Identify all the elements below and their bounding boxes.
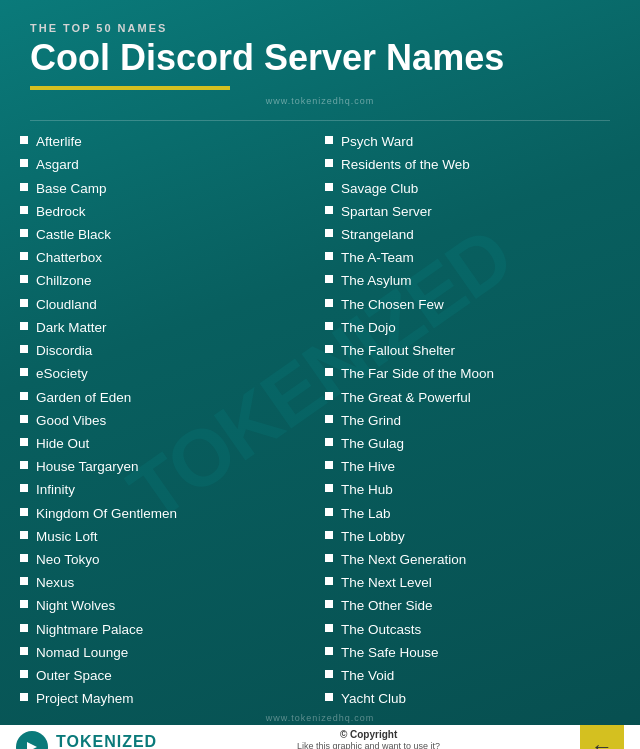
bullet-icon — [325, 600, 333, 608]
item-label: Cloudland — [36, 296, 97, 314]
list-item: Dark Matter — [20, 316, 315, 339]
item-label: The Hub — [341, 481, 393, 499]
bullet-icon — [20, 345, 28, 353]
bullet-icon — [325, 392, 333, 400]
item-label: Neo Tokyo — [36, 551, 100, 569]
item-label: Good Vibes — [36, 412, 106, 430]
list-item: The A-Team — [325, 247, 620, 270]
footer: TOKENIZED www.tokenizedhq.com © Copyrigh… — [0, 725, 640, 749]
item-label: House Targaryen — [36, 458, 139, 476]
bullet-icon — [20, 554, 28, 562]
list-item: Chatterbox — [20, 247, 315, 270]
bullet-icon — [20, 693, 28, 701]
list-item: Outer Space — [20, 665, 315, 688]
item-label: Nomad Lounge — [36, 644, 128, 662]
bullet-icon — [325, 415, 333, 423]
list-item: Castle Black — [20, 223, 315, 246]
bullet-icon — [20, 461, 28, 469]
item-label: Yacht Club — [341, 690, 406, 708]
list-item: The Next Generation — [325, 549, 620, 572]
item-label: Strangeland — [341, 226, 414, 244]
bullet-icon — [20, 600, 28, 608]
list-item: The Lobby — [325, 525, 620, 548]
main-title: Cool Discord Server Names — [30, 38, 610, 78]
list-item: The Chosen Few — [325, 293, 620, 316]
list-item: The Outcasts — [325, 618, 620, 641]
item-label: The Great & Powerful — [341, 389, 471, 407]
item-label: The Outcasts — [341, 621, 421, 639]
bullet-icon — [20, 252, 28, 260]
header-divider — [30, 120, 610, 121]
list-item: Night Wolves — [20, 595, 315, 618]
list-item: Strangeland — [325, 223, 620, 246]
list-item: Psych Ward — [325, 131, 620, 154]
bullet-icon — [325, 554, 333, 562]
bullet-icon — [20, 670, 28, 678]
item-label: Dark Matter — [36, 319, 107, 337]
list-item: The Dojo — [325, 316, 620, 339]
item-label: Garden of Eden — [36, 389, 131, 407]
list-item: Infinity — [20, 479, 315, 502]
footer-logo-icon — [16, 731, 48, 749]
item-label: Asgard — [36, 156, 79, 174]
item-label: The Fallout Shelter — [341, 342, 455, 360]
bullet-icon — [20, 275, 28, 283]
bullet-icon — [325, 322, 333, 330]
item-label: Psych Ward — [341, 133, 413, 151]
list-item: eSociety — [20, 363, 315, 386]
item-label: The Safe House — [341, 644, 439, 662]
bullet-icon — [20, 484, 28, 492]
list-item: Nightmare Palace — [20, 618, 315, 641]
header: THE TOP 50 NAMES Cool Discord Server Nam… — [0, 0, 640, 120]
item-label: Base Camp — [36, 180, 107, 198]
item-label: Project Mayhem — [36, 690, 134, 708]
list-item: The Far Side of the Moon — [325, 363, 620, 386]
list-item: Nomad Lounge — [20, 641, 315, 664]
item-label: Outer Space — [36, 667, 112, 685]
bullet-icon — [20, 438, 28, 446]
list-item: The Hive — [325, 456, 620, 479]
list-item: Asgard — [20, 154, 315, 177]
item-label: Afterlife — [36, 133, 82, 151]
item-label: The Hive — [341, 458, 395, 476]
bullet-icon — [20, 624, 28, 632]
bullet-icon — [20, 577, 28, 585]
item-label: The Dojo — [341, 319, 396, 337]
bullet-icon — [20, 206, 28, 214]
list-item: The Hub — [325, 479, 620, 502]
item-label: The Other Side — [341, 597, 433, 615]
bullet-icon — [20, 415, 28, 423]
bullet-icon — [325, 206, 333, 214]
list-item: The Asylum — [325, 270, 620, 293]
item-label: Chatterbox — [36, 249, 102, 267]
right-column: Psych WardResidents of the WebSavage Clu… — [325, 131, 620, 711]
bullet-icon — [20, 159, 28, 167]
bullet-icon — [325, 438, 333, 446]
footer-brand: TOKENIZED www.tokenizedhq.com — [56, 734, 157, 749]
item-label: The A-Team — [341, 249, 414, 267]
bullet-icon — [325, 183, 333, 191]
list-item: The Gulag — [325, 432, 620, 455]
bullet-icon — [20, 299, 28, 307]
list-item: Good Vibes — [20, 409, 315, 432]
bullet-icon — [325, 508, 333, 516]
item-label: Night Wolves — [36, 597, 115, 615]
brand-name: TOKENIZED — [56, 734, 157, 749]
item-label: The Chosen Few — [341, 296, 444, 314]
item-label: Savage Club — [341, 180, 418, 198]
item-label: The Far Side of the Moon — [341, 365, 494, 383]
item-label: Bedrock — [36, 203, 86, 221]
bullet-icon — [325, 461, 333, 469]
item-label: Hide Out — [36, 435, 89, 453]
footer-arrow: ← — [580, 725, 624, 749]
list-item: Neo Tokyo — [20, 549, 315, 572]
bullet-icon — [325, 159, 333, 167]
footer-copyright: © Copyright — [167, 729, 570, 740]
bullet-icon — [325, 299, 333, 307]
bullet-icon — [325, 647, 333, 655]
top-label: THE TOP 50 NAMES — [30, 22, 610, 34]
mid-website: www.tokenizedhq.com — [0, 711, 640, 725]
list-item: Nexus — [20, 572, 315, 595]
bullet-icon — [325, 229, 333, 237]
item-label: Nightmare Palace — [36, 621, 143, 639]
